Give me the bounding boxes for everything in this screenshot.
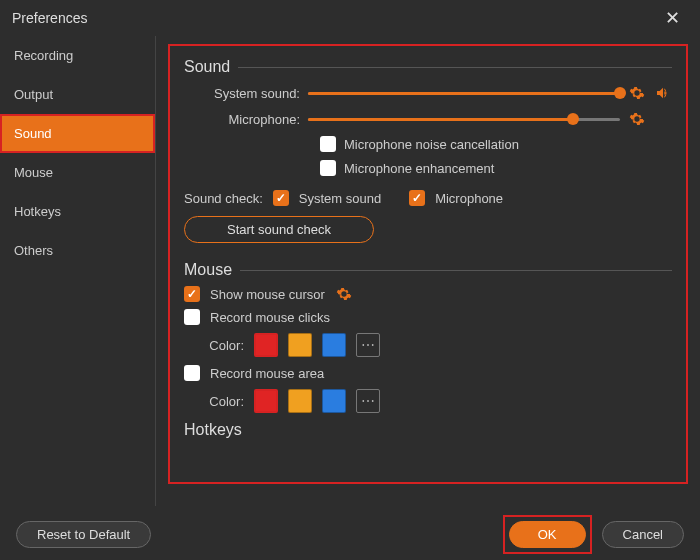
reset-default-button[interactable]: Reset to Default bbox=[16, 521, 151, 548]
gear-icon[interactable] bbox=[628, 84, 646, 102]
gear-icon[interactable] bbox=[335, 285, 353, 303]
start-sound-check-button[interactable]: Start sound check bbox=[184, 216, 374, 243]
system-sound-slider[interactable] bbox=[308, 86, 620, 100]
color-swatch-red[interactable] bbox=[254, 333, 278, 357]
window-title: Preferences bbox=[12, 10, 87, 26]
color-swatch-yellow[interactable] bbox=[288, 333, 312, 357]
cancel-button[interactable]: Cancel bbox=[602, 521, 684, 548]
mic-enhance-label: Microphone enhancement bbox=[344, 161, 494, 176]
close-icon[interactable]: ✕ bbox=[657, 3, 688, 33]
microphone-chk-label: Microphone bbox=[435, 191, 503, 206]
sidebar: Recording Output Sound Mouse Hotkeys Oth… bbox=[0, 36, 156, 506]
record-area-checkbox[interactable] bbox=[184, 365, 200, 381]
section-heading-sound: Sound bbox=[184, 58, 230, 76]
sidebar-item-hotkeys[interactable]: Hotkeys bbox=[0, 192, 155, 231]
noise-cancel-checkbox[interactable] bbox=[320, 136, 336, 152]
sound-check-label: Sound check: bbox=[184, 191, 263, 206]
sidebar-item-recording[interactable]: Recording bbox=[0, 36, 155, 75]
section-heading-mouse: Mouse bbox=[184, 261, 232, 279]
system-sound-label: System sound: bbox=[184, 86, 300, 101]
record-clicks-label: Record mouse clicks bbox=[210, 310, 330, 325]
speaker-icon[interactable] bbox=[654, 84, 672, 102]
content-pane: Sound System sound: Microphone: bbox=[156, 36, 700, 506]
show-cursor-checkbox[interactable] bbox=[184, 286, 200, 302]
show-cursor-label: Show mouse cursor bbox=[210, 287, 325, 302]
color-swatch-red[interactable] bbox=[254, 389, 278, 413]
color-label: Color: bbox=[208, 338, 244, 353]
system-sound-chk-label: System sound bbox=[299, 191, 381, 206]
divider bbox=[240, 270, 672, 271]
noise-cancel-label: Microphone noise cancellation bbox=[344, 137, 519, 152]
color-more-button[interactable]: ⋯ bbox=[356, 389, 380, 413]
section-heading-hotkeys: Hotkeys bbox=[184, 421, 672, 439]
divider bbox=[238, 67, 672, 68]
microphone-checkbox[interactable] bbox=[409, 190, 425, 206]
gear-icon[interactable] bbox=[628, 110, 646, 128]
color-swatch-blue[interactable] bbox=[322, 333, 346, 357]
record-area-label: Record mouse area bbox=[210, 366, 324, 381]
color-more-button[interactable]: ⋯ bbox=[356, 333, 380, 357]
record-clicks-checkbox[interactable] bbox=[184, 309, 200, 325]
color-swatch-blue[interactable] bbox=[322, 389, 346, 413]
color-swatch-yellow[interactable] bbox=[288, 389, 312, 413]
microphone-slider[interactable] bbox=[308, 112, 620, 126]
microphone-label: Microphone: bbox=[184, 112, 300, 127]
sidebar-item-output[interactable]: Output bbox=[0, 75, 155, 114]
sidebar-item-sound[interactable]: Sound bbox=[0, 114, 155, 153]
ok-button[interactable]: OK bbox=[509, 521, 586, 548]
sidebar-item-others[interactable]: Others bbox=[0, 231, 155, 270]
color-label: Color: bbox=[208, 394, 244, 409]
system-sound-checkbox[interactable] bbox=[273, 190, 289, 206]
mic-enhance-checkbox[interactable] bbox=[320, 160, 336, 176]
sidebar-item-mouse[interactable]: Mouse bbox=[0, 153, 155, 192]
